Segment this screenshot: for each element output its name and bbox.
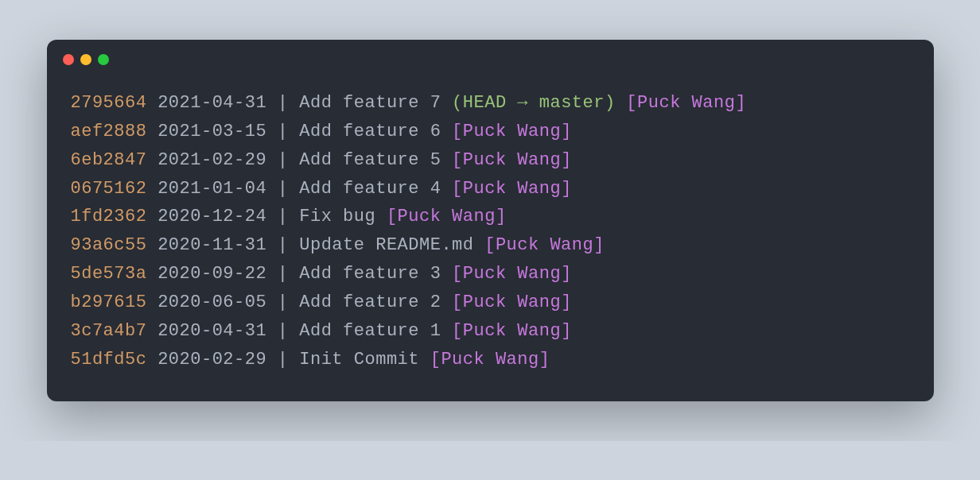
- separator: |: [278, 235, 289, 255]
- commit-line: 3c7a4b7 2020-04-31 | Add feature 1 [Puck…: [71, 317, 910, 346]
- commit-line: 1fd2362 2020-12-24 | Fix bug [Puck Wang]: [71, 203, 910, 231]
- separator: |: [278, 350, 289, 370]
- commit-message: Add feature 1: [299, 321, 441, 341]
- commit-line: aef2888 2021-03-15 | Add feature 6 [Puck…: [71, 118, 910, 146]
- separator: |: [278, 93, 289, 113]
- commit-message: Add feature 6: [299, 122, 441, 141]
- commit-date: 2021-03-15: [158, 122, 266, 141]
- minimize-icon[interactable]: [80, 54, 91, 65]
- commit-author: [Puck Wang]: [452, 150, 572, 170]
- commit-message: Add feature 3: [299, 264, 441, 284]
- separator: |: [278, 150, 289, 170]
- commit-hash: b297615: [71, 292, 147, 312]
- commit-line: 51dfd5c 2020-02-29 | Init Commit [Puck W…: [71, 346, 910, 374]
- commit-date: 2021-01-04: [158, 179, 266, 199]
- commit-ref: (HEAD → master): [452, 93, 616, 113]
- commit-hash: 51dfd5c: [71, 350, 147, 370]
- commit-author: [Puck Wang]: [626, 93, 746, 113]
- commit-line: 0675162 2021-01-04 | Add feature 4 [Puck…: [71, 175, 910, 203]
- commit-line: 6eb2847 2021-02-29 | Add feature 5 [Puck…: [71, 146, 910, 175]
- commit-author: [Puck Wang]: [452, 122, 572, 141]
- commit-date: 2021-02-29: [158, 150, 266, 170]
- commit-message: Init Commit: [299, 350, 419, 370]
- commit-line: 93a6c55 2020-11-31 | Update README.md [P…: [71, 231, 910, 260]
- commit-hash: 0675162: [71, 179, 147, 199]
- commit-message: Fix bug: [299, 207, 375, 226]
- separator: |: [278, 264, 289, 284]
- commit-message: Add feature 4: [299, 179, 441, 199]
- commit-date: 2020-09-22: [158, 264, 266, 284]
- commit-date: 2020-04-31: [158, 321, 266, 341]
- separator: |: [278, 179, 289, 199]
- commit-date: 2020-12-24: [158, 207, 266, 226]
- maximize-icon[interactable]: [98, 54, 109, 65]
- commit-line: 5de573a 2020-09-22 | Add feature 3 [Puck…: [71, 260, 910, 288]
- close-icon[interactable]: [63, 54, 74, 65]
- commit-author: [Puck Wang]: [452, 264, 572, 284]
- terminal-output: 2795664 2021-04-31 | Add feature 7 (HEAD…: [47, 73, 934, 401]
- commit-line: b297615 2020-06-05 | Add feature 2 [Puck…: [71, 288, 910, 317]
- commit-hash: 2795664: [71, 93, 147, 113]
- commit-hash: 1fd2362: [71, 207, 147, 226]
- separator: |: [278, 207, 289, 226]
- terminal-window: 2795664 2021-04-31 | Add feature 7 (HEAD…: [47, 40, 934, 401]
- commit-message: Update README.md: [299, 235, 473, 255]
- commit-date: 2020-11-31: [158, 235, 266, 255]
- commit-hash: 3c7a4b7: [71, 321, 147, 341]
- separator: |: [278, 292, 289, 312]
- commit-hash: 5de573a: [71, 264, 147, 284]
- commit-author: [Puck Wang]: [452, 292, 572, 312]
- commit-hash: 93a6c55: [71, 235, 147, 255]
- commit-line: 2795664 2021-04-31 | Add feature 7 (HEAD…: [71, 89, 910, 118]
- separator: |: [278, 321, 289, 341]
- window-titlebar: [47, 40, 934, 73]
- commit-date: 2020-02-29: [158, 350, 266, 370]
- commit-hash: 6eb2847: [71, 150, 147, 170]
- commit-author: [Puck Wang]: [452, 179, 572, 199]
- commit-author: [Puck Wang]: [430, 350, 550, 370]
- commit-date: 2021-04-31: [158, 93, 266, 113]
- commit-message: Add feature 7: [299, 93, 441, 113]
- commit-message: Add feature 5: [299, 150, 441, 170]
- commit-hash: aef2888: [71, 122, 147, 141]
- commit-author: [Puck Wang]: [452, 321, 572, 341]
- commit-author: [Puck Wang]: [484, 235, 605, 255]
- commit-date: 2020-06-05: [158, 292, 266, 312]
- commit-author: [Puck Wang]: [387, 207, 507, 226]
- separator: |: [278, 122, 289, 141]
- commit-message: Add feature 2: [299, 292, 441, 312]
